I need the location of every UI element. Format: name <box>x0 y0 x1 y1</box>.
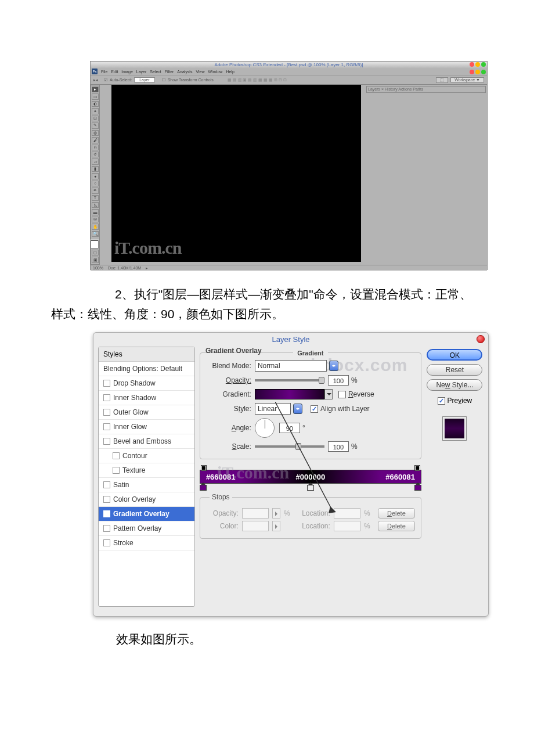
menu-filter[interactable]: Filter <box>165 69 174 75</box>
color-stop[interactable] <box>200 483 207 489</box>
zoom-level[interactable]: 100% <box>93 266 103 270</box>
path-tool-icon[interactable]: ◺ <box>92 202 99 208</box>
outer-glow-item[interactable]: Outer Glow <box>99 405 194 420</box>
screenmode-icon[interactable]: ▣ <box>92 257 99 262</box>
contour-item[interactable]: Contour <box>99 449 194 463</box>
menu-select[interactable]: Select <box>150 69 161 75</box>
close-icon[interactable] <box>470 70 474 74</box>
opacity-slider[interactable] <box>255 379 324 381</box>
menu-view[interactable]: View <box>196 69 204 75</box>
menu-help[interactable]: Help <box>226 69 234 75</box>
checkbox[interactable] <box>103 496 110 503</box>
menu-image[interactable]: Image <box>121 69 132 75</box>
checkbox[interactable] <box>113 467 120 474</box>
zoom-icon[interactable] <box>481 70 486 74</box>
blur-tool-icon[interactable]: ● <box>92 173 99 179</box>
preview-checkbox[interactable] <box>438 397 445 405</box>
minimize-icon[interactable] <box>475 62 480 67</box>
align-icons[interactable]: ▦ ▤ ▥ ▣ ▤ ▥ ▦ ▦ ▦ ⊞ ⊟ ⊡ <box>228 78 287 82</box>
status-arrow-icon[interactable]: ▸ <box>146 266 148 271</box>
color-swatches[interactable] <box>92 240 99 249</box>
inner-shadow-item[interactable]: Inner Shadow <box>99 391 194 405</box>
pattern-overlay-item[interactable]: Pattern Overlay <box>99 521 194 536</box>
gradient-preview[interactable] <box>255 389 324 399</box>
color-overlay-item[interactable]: Color Overlay <box>99 492 194 507</box>
style-select[interactable]: Linear <box>255 403 291 415</box>
blending-options-item[interactable]: Blending Options: Default <box>99 362 194 376</box>
marquee-tool-icon[interactable]: ▭ <box>92 93 99 99</box>
checkbox[interactable] <box>103 525 110 532</box>
checkbox[interactable] <box>103 380 110 387</box>
inner-glow-item[interactable]: Inner Glow <box>99 420 194 434</box>
drop-shadow-item[interactable]: Drop Shadow <box>99 376 194 391</box>
scale-input[interactable]: 100 <box>328 441 349 452</box>
pen-tool-icon[interactable]: ✒ <box>92 188 99 193</box>
angle-input[interactable]: 90 <box>279 423 300 433</box>
menu-analysis[interactable]: Analysis <box>177 69 192 75</box>
checkbox[interactable] <box>103 481 110 488</box>
menu-edit[interactable]: Edit <box>111 69 118 75</box>
layers-panel-tabs[interactable]: Layers × History Actions Paths <box>366 86 486 93</box>
canvas[interactable] <box>111 85 361 262</box>
crop-tool-icon[interactable]: ⊡ <box>92 116 99 121</box>
styles-header[interactable]: Styles <box>99 347 194 362</box>
stamp-tool-icon[interactable]: ⎙ <box>92 145 99 150</box>
shape-tool-icon[interactable]: ▬ <box>92 209 99 215</box>
color-stop[interactable] <box>307 483 314 489</box>
color-stop[interactable] <box>414 483 421 489</box>
opacity-stop[interactable] <box>414 465 420 471</box>
checkbox[interactable] <box>103 438 110 445</box>
new-style-button[interactable]: New Style... <box>427 379 482 391</box>
hand-tool-icon[interactable]: ✋ <box>92 224 99 229</box>
traffic-lights[interactable] <box>470 62 486 67</box>
quickmask-icon[interactable]: ⬚ <box>436 77 448 83</box>
menu-layer[interactable]: Layer <box>136 69 147 75</box>
dodge-tool-icon[interactable]: ○ <box>92 181 99 186</box>
lasso-tool-icon[interactable]: ◐ <box>92 101 99 107</box>
eyedropper-tool-icon[interactable]: ✎ <box>92 123 99 128</box>
scale-slider[interactable] <box>255 445 324 448</box>
doc-traffic-lights[interactable] <box>470 70 486 74</box>
blend-mode-select[interactable]: Normal <box>255 360 327 372</box>
notes-tool-icon[interactable]: ✉ <box>92 217 99 222</box>
heal-tool-icon[interactable]: ◍ <box>92 130 99 136</box>
align-checkbox[interactable] <box>311 405 318 413</box>
dropdown-arrow-icon[interactable] <box>324 389 333 399</box>
ok-button[interactable]: OK <box>427 349 482 361</box>
opacity-stop[interactable] <box>201 465 207 471</box>
close-icon[interactable] <box>477 335 485 343</box>
workspace-dropdown[interactable]: Workspace ▼ <box>450 77 484 82</box>
wand-tool-icon[interactable]: ✦ <box>92 108 99 114</box>
slider-thumb[interactable] <box>295 443 301 450</box>
checkbox[interactable] <box>103 510 110 517</box>
checkbox[interactable] <box>103 394 110 401</box>
delete-button[interactable]: Delete <box>378 508 415 519</box>
reset-button[interactable]: Reset <box>427 364 482 376</box>
move-tool-icon[interactable]: ▸ <box>92 87 99 92</box>
quickmask-toggle-icon[interactable]: ◻ <box>92 250 99 255</box>
brush-tool-icon[interactable]: 🖌 <box>92 137 99 143</box>
opacity-input[interactable]: 100 <box>328 375 349 386</box>
type-tool-icon[interactable]: T <box>92 195 99 201</box>
bevel-item[interactable]: Bevel and Emboss <box>99 434 194 449</box>
checkbox[interactable] <box>103 539 110 546</box>
menu-file[interactable]: File <box>101 69 107 75</box>
checkbox[interactable] <box>103 409 110 416</box>
dropdown-arrow-icon[interactable] <box>329 361 338 371</box>
zoom-icon[interactable] <box>481 62 486 67</box>
checkbox[interactable] <box>103 423 110 430</box>
dropdown-arrow-icon[interactable] <box>293 404 302 414</box>
angle-dial[interactable] <box>255 418 275 438</box>
history-brush-tool-icon[interactable]: ↺ <box>92 152 99 157</box>
auto-select-dropdown[interactable]: Layer <box>134 77 155 82</box>
texture-item[interactable]: Texture <box>99 463 194 478</box>
stroke-item[interactable]: Stroke <box>99 536 194 550</box>
delete-button[interactable]: Delete <box>378 521 415 531</box>
zoom-tool-icon[interactable]: 🔍 <box>92 231 99 237</box>
satin-item[interactable]: Satin <box>99 478 194 492</box>
eraser-tool-icon[interactable]: ▱ <box>92 159 99 164</box>
menu-window[interactable]: Window <box>208 69 222 75</box>
gradient-overlay-item[interactable]: Gradient Overlay <box>99 507 194 521</box>
gradient-tool-icon[interactable]: ▮ <box>92 166 99 172</box>
checkbox[interactable] <box>113 452 120 459</box>
